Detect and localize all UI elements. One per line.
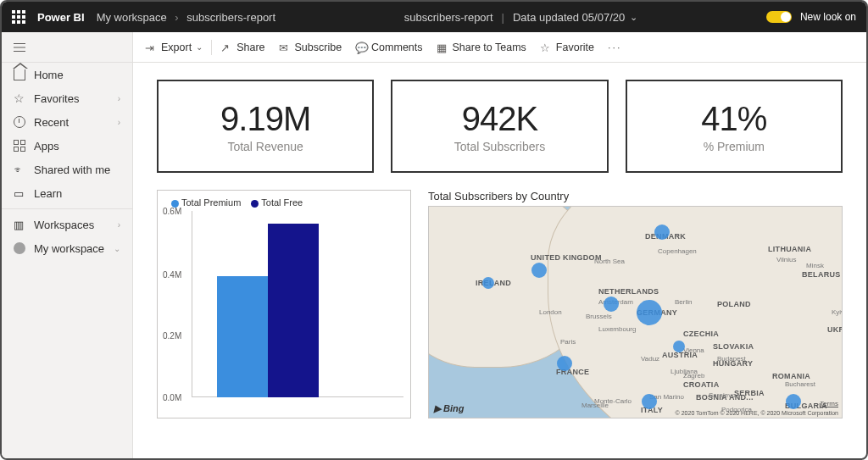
- clock-icon: [14, 116, 25, 128]
- map-bubble[interactable]: [531, 263, 547, 278]
- star-icon: ☆: [14, 92, 25, 104]
- bing-logo: ▶ Bing: [434, 403, 465, 414]
- top-bar: Power BI My workspace › subscribers-repo…: [2, 2, 866, 32]
- city-label: London: [539, 308, 562, 316]
- sidebar-label: My workspace: [34, 242, 104, 255]
- y-tick: 0.6M: [163, 207, 181, 216]
- shared-icon: ᯤ: [14, 163, 25, 175]
- sidebar-item-workspaces[interactable]: ▥Workspaces›: [2, 213, 132, 236]
- legend-swatch: [251, 200, 259, 208]
- country-label: CZECHIA: [683, 330, 719, 338]
- chevron-right-icon: ›: [118, 220, 120, 230]
- map-bubble[interactable]: [654, 224, 670, 240]
- chevron-down-icon: ⌄: [114, 244, 120, 253]
- main-area: ⇥Export⌄ ↗Share ✉Subscribe 💬Comments ▦Sh…: [133, 32, 866, 458]
- city-label: North Sea: [594, 258, 625, 265]
- export-button[interactable]: ⇥Export⌄: [145, 42, 203, 53]
- bar-1[interactable]: [268, 224, 319, 397]
- comment-icon: 💬: [355, 42, 367, 53]
- sidebar-item-favorites[interactable]: ☆Favorites›: [2, 86, 132, 110]
- legend-label: Total Free: [261, 197, 303, 208]
- city-label: Vienna: [683, 346, 704, 354]
- share-button[interactable]: ↗Share: [220, 42, 264, 53]
- sidebar-label: Home: [34, 69, 64, 81]
- card-total-subscribers[interactable]: 942K Total Subscribers: [391, 80, 608, 173]
- city-label: Brussels: [586, 313, 612, 320]
- workspaces-icon: ▥: [14, 219, 25, 230]
- map-visual[interactable]: ▶ Bing Terms © 2020 TomTom © 2020 HERE, …: [428, 206, 843, 418]
- map-bubble[interactable]: [673, 341, 685, 352]
- map-title: Total Subscribers by Country: [428, 190, 843, 202]
- country-label: SLOVAKIA: [713, 342, 754, 351]
- city-label: Paris: [560, 338, 576, 346]
- brand[interactable]: Power BI: [37, 11, 85, 24]
- sidebar-label: Apps: [34, 140, 59, 152]
- export-icon: ⇥: [145, 42, 157, 53]
- teams-icon: ▦: [437, 42, 448, 53]
- share-teams-button[interactable]: ▦Share to Teams: [437, 42, 526, 53]
- y-tick: 0.0M: [163, 393, 181, 402]
- chevron-right-icon: ›: [118, 94, 120, 103]
- report-title: subscribers-report: [404, 11, 493, 24]
- more-actions-button[interactable]: ···: [608, 42, 621, 53]
- sidebar-item-my-workspace[interactable]: My workspace⌄: [2, 236, 132, 260]
- country-label: CROATIA: [683, 380, 719, 389]
- app-launcher-icon[interactable]: [12, 10, 25, 24]
- mail-icon: ✉: [279, 42, 291, 53]
- card-total-revenue[interactable]: 9.19M Total Revenue: [157, 80, 374, 173]
- avatar-icon: [14, 242, 25, 254]
- map-bubble[interactable]: [604, 297, 619, 312]
- city-label: Copenhagen: [658, 247, 697, 255]
- bar-0[interactable]: [217, 276, 268, 397]
- sidebar-item-learn[interactable]: ▭Learn: [2, 181, 132, 205]
- action-label: Share to Teams: [453, 42, 526, 53]
- map-bubble[interactable]: [637, 300, 662, 325]
- data-updated[interactable]: Data updated 05/07/20: [513, 11, 625, 24]
- map-bubble[interactable]: [557, 356, 572, 371]
- country-label: NETHERLANDS: [598, 287, 659, 296]
- sidebar-item-home[interactable]: Home: [2, 63, 132, 86]
- chevron-right-icon: ›: [118, 118, 120, 127]
- comments-button[interactable]: 💬Comments: [355, 42, 422, 53]
- map-bubble[interactable]: [482, 277, 494, 289]
- city-label: Sarajevo: [709, 391, 736, 399]
- chevron-down-icon[interactable]: ⌄: [630, 12, 637, 23]
- hamburger-icon: [14, 43, 25, 52]
- apps-icon: [14, 140, 25, 152]
- map-bubble[interactable]: [786, 394, 801, 409]
- crumb-report[interactable]: subscribers-report: [186, 11, 275, 24]
- sidebar-item-recent[interactable]: Recent›: [2, 110, 132, 134]
- sidebar-label: Favorites: [34, 92, 79, 105]
- country-label: POLAND: [717, 300, 751, 308]
- sidebar-label: Learn: [34, 187, 62, 200]
- bar-chart[interactable]: Total Premium Total Free 0.0M 0.2M 0.4M …: [157, 190, 411, 418]
- action-label: Share: [236, 42, 264, 53]
- new-look-toggle[interactable]: [766, 11, 792, 23]
- card-percent-premium[interactable]: 41% % Premium: [626, 80, 843, 173]
- map-bubble[interactable]: [642, 394, 657, 409]
- legend-label: Total Premium: [181, 197, 241, 208]
- action-bar: ⇥Export⌄ ↗Share ✉Subscribe 💬Comments ▦Sh…: [133, 32, 866, 63]
- action-label: Comments: [371, 42, 422, 53]
- sidebar-item-shared[interactable]: ᯤShared with me: [2, 158, 132, 181]
- breadcrumb: My workspace › subscribers-report: [97, 11, 275, 24]
- card-value: 41%: [701, 100, 766, 138]
- country-label: UKRAINE: [827, 325, 843, 334]
- card-label: % Premium: [704, 140, 765, 153]
- city-label: Berlin: [675, 298, 692, 306]
- sidebar-item-apps[interactable]: Apps: [2, 134, 132, 158]
- card-label: Total Revenue: [227, 140, 303, 153]
- city-label: Vilnius: [776, 256, 796, 263]
- card-value: 9.19M: [220, 100, 310, 138]
- city-label: Kyiv: [832, 308, 843, 316]
- sidebar-label: Recent: [34, 116, 69, 129]
- favorite-button[interactable]: ☆Favorite: [540, 42, 594, 53]
- sidebar-collapse[interactable]: [2, 32, 132, 63]
- country-label: LITHUANIA: [768, 245, 811, 253]
- card-value: 942K: [462, 100, 537, 138]
- city-label: Budapest: [717, 355, 746, 363]
- subscribe-button[interactable]: ✉Subscribe: [279, 42, 342, 53]
- crumb-workspace[interactable]: My workspace: [97, 11, 167, 24]
- city-label: Luxembourg: [598, 325, 636, 333]
- city-label: Marseille: [581, 402, 609, 409]
